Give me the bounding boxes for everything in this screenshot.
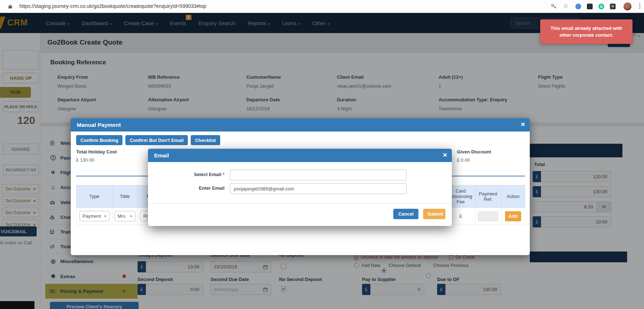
select-email-input[interactable] xyxy=(230,170,407,180)
manual-payment-modal-title: Manual Payment xyxy=(77,122,121,128)
checklist-button[interactable]: Checklist xyxy=(191,135,220,145)
required-asterisk: * xyxy=(223,172,224,177)
select-email-label: Select Email * xyxy=(148,172,224,177)
chevron-down-icon: ▾ xyxy=(130,214,132,218)
close-icon[interactable]: × xyxy=(443,151,447,159)
confirm-no-email-button[interactable]: Confirm But Don't Email xyxy=(125,135,188,145)
given-discount-label: Given Discount xyxy=(457,149,491,154)
submit-button[interactable]: Submit xyxy=(423,209,445,219)
given-discount-value: £ 0.00 xyxy=(457,157,470,163)
email-modal: Email × Select Email * Enter Email Cance… xyxy=(148,149,452,226)
browser-address-bar[interactable]: https://staging.journey-crm.co.uk/go2boo… xyxy=(0,0,644,13)
browser-profile-avatar[interactable] xyxy=(624,3,631,10)
email-modal-header: Email × xyxy=(148,149,452,162)
extension-icon-blue[interactable] xyxy=(575,4,581,9)
url-text[interactable]: https://staging.journey-crm.co.uk/go2boo… xyxy=(19,3,206,9)
type-select[interactable]: Payment▾ xyxy=(79,211,110,221)
title-select[interactable]: Mrs▾ xyxy=(115,211,135,221)
chevron-down-icon: ▾ xyxy=(104,214,106,218)
bookmark-star-icon[interactable]: ☆ xyxy=(562,3,569,9)
close-icon[interactable]: × xyxy=(521,120,525,129)
total-holiday-cost-label: Total Holiday Cost xyxy=(76,149,117,154)
total-holiday-cost-value: £ 130.00 xyxy=(76,157,94,163)
cancel-button[interactable]: Cancel xyxy=(393,209,418,219)
divider xyxy=(148,203,452,204)
enter-email-input[interactable] xyxy=(230,183,407,194)
key-icon[interactable] xyxy=(551,3,557,9)
toast-notification[interactable]: This email already attached with other c… xyxy=(540,19,633,44)
screen: https://staging.journey-crm.co.uk/go2boo… xyxy=(0,0,644,309)
lock-icon xyxy=(8,4,13,9)
browser-menu-dots-icon[interactable]: ⋮ xyxy=(636,3,643,9)
email-modal-title: Email xyxy=(154,152,169,159)
extension-icon-dark[interactable] xyxy=(587,4,593,9)
add-button[interactable]: Add xyxy=(505,211,521,221)
confirm-booking-button[interactable]: Confirm Booking xyxy=(76,135,122,145)
enter-email-label: Enter Email xyxy=(148,185,224,191)
extension-icon-x[interactable]: ✕ xyxy=(610,4,616,9)
payment-ref-input[interactable] xyxy=(478,212,498,221)
extension-icon-green[interactable]: G xyxy=(598,4,604,9)
manual-payment-actions: Confirm Booking Confirm But Don't Email … xyxy=(76,135,220,145)
manual-payment-modal-header: Manual Payment × xyxy=(71,118,530,132)
